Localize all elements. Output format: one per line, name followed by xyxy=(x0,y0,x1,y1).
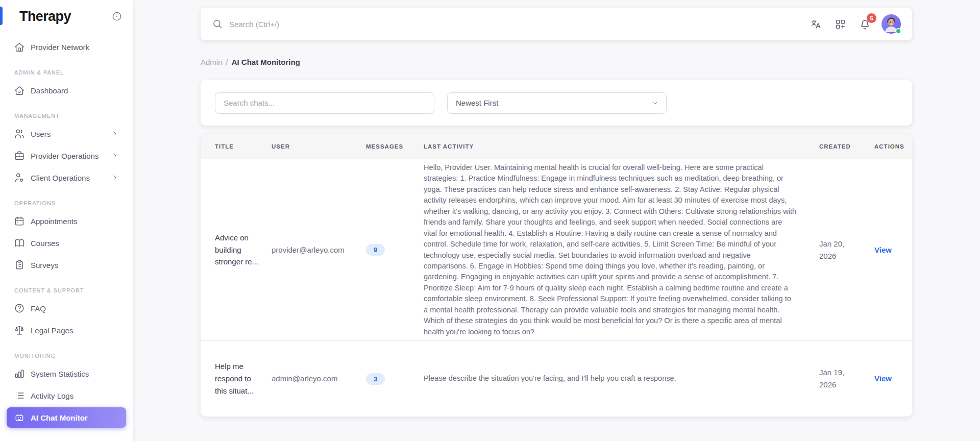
sidebar-item-label: Courses xyxy=(31,239,59,248)
sort-select[interactable]: Newest First xyxy=(447,92,667,114)
chat-user-email: provider@arleyo.com xyxy=(272,246,345,254)
grid-plus-icon xyxy=(835,18,846,30)
sidebar-item-label: Surveys xyxy=(31,261,58,270)
sidebar-item-system-statistics[interactable]: System Statistics xyxy=(7,363,126,384)
sidebar-item-label: FAQ xyxy=(31,304,46,313)
view-chat-link[interactable]: View xyxy=(874,374,892,383)
sidebar-item-label: Client Operations xyxy=(31,174,90,182)
sidebar-item-dashboard[interactable]: Dashboard xyxy=(7,80,126,101)
language-icon xyxy=(810,18,822,30)
logo-accent-bar xyxy=(0,7,3,25)
sidebar-section-management: MANAGEMENT xyxy=(14,113,118,119)
table-row: Help me respond to this situat... admin@… xyxy=(201,341,912,416)
chat-title: Advice on building stronger re... xyxy=(215,232,262,268)
help-circle-icon xyxy=(14,303,25,314)
chat-title: Help me respond to this situat... xyxy=(215,360,262,397)
column-header-actions: ACTIONS xyxy=(868,143,912,150)
chat-search-input[interactable] xyxy=(215,92,434,114)
chat-user-email: admin@arleyo.com xyxy=(272,374,337,383)
app-logo: Therapy xyxy=(19,9,71,24)
sidebar-pin-toggle[interactable] xyxy=(111,11,122,22)
book-icon xyxy=(14,237,25,249)
main-area: 5 Admin / AI Chat Monitoring xyxy=(133,0,980,441)
sidebar-item-label: Users xyxy=(31,130,51,138)
sidebar: Therapy Provider Network ADMIN & PANEL D… xyxy=(0,0,133,441)
filters-card: Newest First xyxy=(201,80,912,126)
users-icon xyxy=(14,128,25,139)
briefcase-icon xyxy=(14,150,25,161)
online-status-dot xyxy=(895,28,901,34)
breadcrumb: Admin / AI Chat Monitoring xyxy=(201,58,912,66)
chats-table-card: TITLE USER MESSAGES LAST ACTIVITY CREATE… xyxy=(201,134,912,416)
created-date: Jan 19, 2026 xyxy=(819,366,851,391)
sidebar-item-provider-operations[interactable]: Provider Operations xyxy=(7,145,126,166)
column-header-last-activity: LAST ACTIVITY xyxy=(424,143,819,150)
sidebar-section-operations: OPERATIONS xyxy=(14,200,118,206)
user-heart-icon xyxy=(14,172,25,183)
sidebar-item-faq[interactable]: FAQ xyxy=(7,298,126,318)
column-header-messages: MESSAGES xyxy=(366,143,424,150)
home-icon xyxy=(14,41,25,53)
scales-icon xyxy=(14,325,25,336)
sidebar-item-label: Dashboard xyxy=(31,86,68,95)
column-header-user: USER xyxy=(272,143,366,150)
sidebar-item-activity-logs[interactable]: Activity Logs xyxy=(7,385,126,406)
last-activity-text: Please describe the situation you're fac… xyxy=(424,373,797,384)
sidebar-nav: Provider Network ADMIN & PANEL Dashboard… xyxy=(0,33,133,428)
sidebar-item-client-operations[interactable]: Client Operations xyxy=(7,167,126,188)
sidebar-item-legal-pages[interactable]: Legal Pages xyxy=(7,320,126,340)
calendar-icon xyxy=(14,215,25,227)
search-icon xyxy=(212,18,223,30)
chevron-right-icon xyxy=(111,130,119,138)
created-date: Jan 20, 2026 xyxy=(819,238,851,262)
sidebar-item-label: Provider Operations xyxy=(31,152,99,160)
messages-count-badge: 3 xyxy=(366,373,385,385)
sidebar-item-courses[interactable]: Courses xyxy=(7,233,126,253)
sidebar-item-label: Provider Network xyxy=(31,43,89,52)
page-title: AI Chat Monitoring xyxy=(232,58,300,66)
home-smile-icon xyxy=(14,85,25,96)
messages-count-badge: 9 xyxy=(366,244,385,256)
breadcrumb-parent[interactable]: Admin xyxy=(201,58,223,66)
sidebar-item-appointments[interactable]: Appointments xyxy=(7,211,126,231)
table-row: Advice on building stronger re... provid… xyxy=(201,159,912,341)
sidebar-item-ai-chat-monitor[interactable]: AI Chat Monitor xyxy=(7,407,126,428)
sort-select-value: Newest First xyxy=(456,99,498,107)
sidebar-item-users[interactable]: Users xyxy=(7,124,126,144)
list-icon xyxy=(14,390,25,401)
notifications-button[interactable]: 5 xyxy=(855,14,874,34)
language-button[interactable] xyxy=(806,14,825,34)
breadcrumb-separator: / xyxy=(226,58,228,66)
sidebar-item-label: Legal Pages xyxy=(31,326,73,335)
robot-icon xyxy=(14,412,25,423)
sidebar-item-label: Appointments xyxy=(31,217,78,226)
sidebar-section-content-support: CONTENT & SUPPORT xyxy=(14,287,118,293)
top-navbar: 5 xyxy=(201,8,912,40)
sidebar-item-label: System Statistics xyxy=(31,370,89,378)
global-search-input[interactable] xyxy=(229,20,444,29)
shortcuts-button[interactable] xyxy=(830,14,850,34)
clipboard-icon xyxy=(14,259,25,271)
sidebar-item-surveys[interactable]: Surveys xyxy=(7,255,126,275)
navbar-actions: 5 xyxy=(806,14,901,34)
sidebar-item-label: AI Chat Monitor xyxy=(31,413,88,422)
notification-badge: 5 xyxy=(867,13,876,23)
table-header-row: TITLE USER MESSAGES LAST ACTIVITY CREATE… xyxy=(201,134,912,159)
circle-dot-icon xyxy=(111,11,122,22)
column-header-created: CREATED xyxy=(819,143,868,150)
chevron-down-icon xyxy=(651,99,659,107)
global-search[interactable] xyxy=(212,18,806,30)
view-chat-link[interactable]: View xyxy=(874,246,892,254)
chevron-right-icon xyxy=(111,152,119,160)
sidebar-logo-row: Therapy xyxy=(0,0,133,33)
column-header-title: TITLE xyxy=(215,143,272,150)
sidebar-section-monitoring: MONITORING xyxy=(14,353,118,359)
sidebar-section-admin-panel: ADMIN & PANEL xyxy=(14,69,118,76)
sidebar-item-label: Activity Logs xyxy=(31,391,74,400)
sidebar-item-provider-network[interactable]: Provider Network xyxy=(7,37,126,57)
last-activity-text: Hello, Provider User. Maintaining mental… xyxy=(424,162,797,337)
chevron-right-icon xyxy=(111,174,119,182)
bar-chart-icon xyxy=(14,368,25,379)
user-avatar[interactable] xyxy=(881,14,901,34)
